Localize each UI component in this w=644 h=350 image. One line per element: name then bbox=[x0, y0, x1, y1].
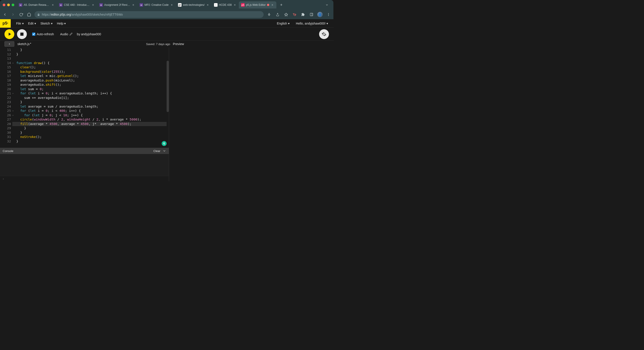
chevron-down-icon: ▾ bbox=[34, 22, 36, 25]
app-menu-bar: p5* File▾ Edit▾ Sketch▾ Help▾ English▾ H… bbox=[0, 19, 334, 28]
code-line[interactable]: let micLevel = mic.getLevel(); bbox=[16, 74, 169, 78]
chevron-right-icon bbox=[8, 43, 11, 45]
chevron-down-icon[interactable] bbox=[162, 149, 166, 153]
window-maximize-button[interactable] bbox=[12, 3, 14, 6]
kebab-menu-icon[interactable] bbox=[326, 12, 331, 17]
code-line[interactable]: } bbox=[16, 48, 169, 52]
menu-file[interactable]: File▾ bbox=[14, 21, 26, 26]
code-line[interactable]: for (let i = 0; i < averageAudio.length;… bbox=[16, 91, 169, 96]
code-line[interactable]: } bbox=[16, 52, 169, 57]
svg-rect-0 bbox=[38, 14, 40, 15]
code-line[interactable]: background(color(255)); bbox=[16, 70, 169, 74]
tab-overflow-button[interactable] bbox=[325, 3, 331, 6]
code-line[interactable] bbox=[16, 56, 169, 61]
auto-refresh-checkbox[interactable] bbox=[32, 33, 35, 36]
chevron-down-icon: ▾ bbox=[22, 22, 24, 25]
url-bar[interactable]: https://editor.p5js.org/andyjshaw000/ske… bbox=[34, 11, 264, 18]
preview-canvas bbox=[169, 47, 334, 181]
code-line[interactable]: averageAudio.shift(); bbox=[16, 83, 169, 87]
window-minimize-button[interactable] bbox=[7, 3, 10, 6]
menu-help[interactable]: Help▾ bbox=[55, 21, 68, 26]
tab-close-button[interactable]: × bbox=[91, 3, 95, 7]
active-file-tab[interactable]: sketch.js bbox=[18, 42, 31, 46]
browser-tab[interactable]: ghweb-technologies/× bbox=[176, 1, 212, 8]
prompt-caret-icon: › bbox=[3, 177, 4, 181]
console-output[interactable] bbox=[0, 154, 169, 176]
language-selector[interactable]: English▾ bbox=[275, 21, 291, 26]
user-greeting[interactable]: Hello, andyjshaw000!▾ bbox=[294, 21, 330, 26]
chevron-down-icon: ▾ bbox=[326, 22, 328, 25]
mic-icon[interactable] bbox=[266, 12, 272, 17]
sketch-name[interactable]: Audio bbox=[60, 32, 72, 36]
file-panel-toggle[interactable] bbox=[4, 41, 14, 47]
profile-avatar[interactable]: 👤 bbox=[317, 12, 323, 17]
code-line[interactable]: averageAudio.push(micLevel); bbox=[16, 78, 169, 83]
tab-favicon-icon: p5 bbox=[241, 3, 245, 7]
new-tab-button[interactable]: + bbox=[278, 3, 284, 7]
code-content[interactable]: }} function draw() { clear(); background… bbox=[12, 47, 169, 148]
console-input[interactable]: › bbox=[0, 176, 169, 181]
pencil-icon bbox=[70, 33, 72, 35]
tab-title: Assignment 2f Revision bbox=[104, 3, 130, 6]
panel-icon[interactable] bbox=[309, 12, 314, 17]
tab-close-button[interactable]: × bbox=[270, 3, 274, 7]
stop-button[interactable] bbox=[17, 29, 27, 39]
code-line[interactable]: sum += averageAudio[i]; bbox=[16, 96, 169, 100]
extensions-icon[interactable] bbox=[300, 12, 306, 17]
chevron-down-icon: ▾ bbox=[288, 22, 290, 25]
nav-reload-button[interactable] bbox=[18, 12, 24, 17]
tab-close-button[interactable]: × bbox=[233, 3, 236, 7]
code-editor[interactable]: 1112131415161718192021222324252627282930… bbox=[0, 47, 169, 148]
grammarly-badge-icon[interactable]: G bbox=[162, 141, 166, 146]
code-line[interactable]: clear(); bbox=[16, 65, 169, 70]
app-toolbar: Auto-refresh Audio by andyjshaw000 bbox=[0, 28, 334, 41]
browser-tab-bar: wA5. Domain Research×wCSE 440 - Introduc… bbox=[0, 0, 334, 10]
tab-favicon-icon: w bbox=[140, 3, 143, 7]
extension-tp-icon[interactable]: Tp bbox=[292, 12, 297, 17]
editor-scrollbar[interactable] bbox=[166, 47, 169, 148]
tab-close-button[interactable]: × bbox=[51, 3, 54, 7]
play-button[interactable] bbox=[4, 29, 14, 39]
code-line[interactable]: let average = sum / averageAudio.length; bbox=[16, 104, 169, 109]
lock-icon bbox=[37, 13, 40, 16]
tab-close-button[interactable]: × bbox=[132, 3, 135, 7]
console-clear-button[interactable]: Clear bbox=[154, 149, 160, 153]
code-line[interactable]: noStroke(); bbox=[16, 135, 169, 139]
code-line[interactable]: } bbox=[16, 131, 169, 135]
nav-back-button[interactable] bbox=[2, 12, 8, 17]
code-line[interactable]: for (let j = 0; j < 10; j++) { bbox=[16, 113, 169, 118]
tab-title: HCDE 438 bbox=[219, 3, 232, 6]
tab-close-button[interactable]: × bbox=[206, 3, 210, 7]
browser-tab[interactable]: wMP2: Creative Code× bbox=[137, 1, 176, 8]
nav-home-button[interactable] bbox=[26, 12, 32, 17]
code-line[interactable]: } bbox=[16, 126, 169, 131]
share-icon[interactable] bbox=[275, 12, 280, 17]
url-text: https://editor.p5js.org/andyjshaw000/ske… bbox=[42, 13, 123, 16]
code-line[interactable]: circle(windowWidth / 2, windowHeight / 2… bbox=[16, 117, 169, 122]
menu-edit[interactable]: Edit▾ bbox=[26, 21, 38, 26]
p5-logo[interactable]: p5* bbox=[0, 19, 11, 28]
browser-tab[interactable]: wA5. Domain Research× bbox=[16, 1, 57, 8]
svg-rect-4 bbox=[310, 13, 313, 16]
window-close-button[interactable] bbox=[3, 3, 5, 6]
bookmark-star-icon[interactable] bbox=[283, 12, 289, 17]
tab-close-button[interactable]: × bbox=[170, 3, 174, 7]
tab-favicon-icon: w bbox=[99, 3, 103, 7]
auto-refresh-label: Auto-refresh bbox=[37, 32, 54, 36]
code-line[interactable]: fill(average * 4500, average * 4500, j* … bbox=[16, 122, 169, 126]
auto-refresh-toggle[interactable]: Auto-refresh bbox=[32, 32, 54, 36]
code-line[interactable]: for (let i = 0; i < 400; i++) { bbox=[16, 109, 169, 113]
browser-tab[interactable]: wCSE 440 - Introduction× bbox=[57, 1, 97, 8]
browser-tab[interactable]: p5p5.js Web Editor× bbox=[239, 1, 276, 8]
code-line[interactable]: } bbox=[16, 100, 169, 104]
code-line[interactable]: function draw() { bbox=[16, 61, 169, 65]
code-line[interactable]: } bbox=[16, 139, 169, 144]
line-gutter: 1112131415161718192021222324252627282930… bbox=[0, 47, 12, 148]
menu-sketch[interactable]: Sketch▾ bbox=[39, 21, 54, 26]
svg-point-6 bbox=[328, 13, 329, 14]
code-line[interactable]: let sum = 0; bbox=[16, 87, 169, 92]
settings-button[interactable] bbox=[319, 29, 329, 39]
browser-tab[interactable]: wAssignment 2f Revision× bbox=[97, 1, 137, 8]
browser-tab[interactable]: ○HCDE 438× bbox=[212, 1, 239, 8]
nav-forward-button[interactable] bbox=[10, 12, 16, 17]
